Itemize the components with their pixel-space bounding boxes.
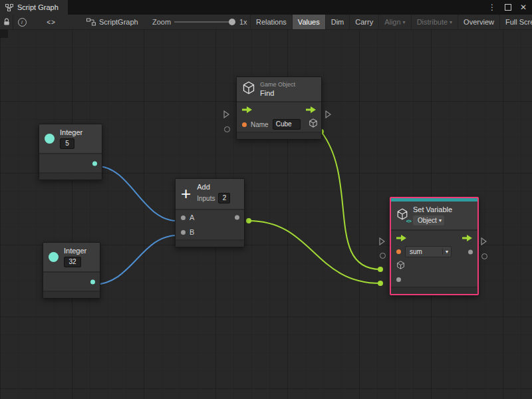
tab-script-graph[interactable]: Script Graph [0, 0, 68, 15]
node-header: Game Object Find [237, 77, 321, 102]
node-header: Integer 5 [39, 124, 102, 154]
node-title: Integer [60, 128, 82, 136]
value-out-marker-icon[interactable] [481, 253, 487, 259]
script-graph-icon [86, 18, 96, 26]
title-bar: Script Graph ⋮ ✕ [0, 0, 532, 15]
node-footer [43, 291, 100, 298]
node-add[interactable]: + Add Inputs 2 A B [175, 178, 245, 247]
flow-in-port[interactable] [396, 235, 407, 241]
node-header: Integer 32 [43, 243, 100, 273]
integer-value-field[interactable]: 32 [64, 257, 81, 267]
zoom-slider-track[interactable] [174, 21, 235, 23]
flow-out-port[interactable] [306, 106, 317, 113]
game-object-cube-icon [242, 81, 255, 97]
set-variable-icon: <> [396, 208, 408, 223]
close-icon[interactable]: ✕ [520, 3, 527, 11]
fullscreen-button[interactable]: Full Screen [499, 15, 532, 29]
flow-out-marker-icon[interactable] [325, 110, 331, 118]
input-port-b[interactable] [181, 230, 186, 235]
value-input-row [391, 273, 477, 287]
carry-button[interactable]: Carry [349, 15, 378, 29]
value-input-port[interactable] [396, 277, 401, 282]
dropdown-caret-icon [437, 215, 442, 226]
value-in-marker-icon[interactable] [380, 253, 386, 259]
node-ports [43, 273, 100, 291]
canvas-corner [0, 29, 8, 38]
graph-canvas[interactable]: Integer 5 Integer 32 + Add [0, 29, 532, 399]
node-title: Find [260, 89, 295, 97]
zoom-label: Zoom [152, 15, 171, 29]
node-set-variable[interactable]: <> Set Variable Object sum [390, 197, 479, 295]
inputs-count-field[interactable]: 2 [218, 193, 230, 203]
flow-in-port[interactable] [242, 106, 253, 113]
node-footer [237, 132, 321, 139]
object-target-port[interactable] [396, 260, 405, 272]
values-button[interactable]: Values [292, 15, 325, 29]
window-menu-icon[interactable]: ⋮ [488, 3, 496, 11]
node-ports: A B [176, 210, 244, 239]
variable-scope-dropdown[interactable]: Object [413, 215, 444, 225]
port-row-a: A [176, 210, 244, 225]
node-ports: Name Cube [237, 102, 321, 132]
value-output-port[interactable] [468, 249, 473, 254]
flow-out-marker-icon[interactable] [481, 237, 487, 245]
integer-output-port[interactable] [92, 161, 97, 166]
lock-button[interactable] [0, 15, 13, 29]
zoom-value: 1x [239, 15, 247, 29]
integer-type-icon [49, 252, 59, 262]
distribute-button[interactable]: Distribute [411, 15, 458, 29]
name-row: Name Cube [237, 117, 321, 132]
node-ports: sum [391, 231, 477, 287]
flow-row [391, 231, 477, 245]
gameobject-output-port[interactable] [309, 118, 318, 130]
wire-integer5-to-add-a[interactable] [97, 166, 177, 221]
name-value-field[interactable]: Cube [273, 119, 301, 130]
relations-button[interactable]: Relations [250, 15, 292, 29]
wire-find-to-setvariable-object[interactable] [321, 132, 380, 269]
node-header: <> Set Variable Object [391, 201, 477, 231]
variable-name-dropdown[interactable]: sum [405, 246, 452, 257]
add-output-port[interactable] [235, 215, 239, 220]
toolbar-buttons: Relations Values Dim Carry Align Distrib… [250, 15, 532, 29]
zoom-slider[interactable] [174, 15, 235, 29]
node-integer-2[interactable]: Integer 32 [43, 242, 100, 299]
value-in-marker-icon[interactable] [224, 126, 230, 132]
tab-title: Script Graph [17, 3, 59, 11]
align-button[interactable]: Align [378, 15, 410, 29]
input-port-a[interactable] [181, 215, 186, 220]
flow-in-marker-icon[interactable] [379, 237, 385, 245]
dropdown-caret-icon [440, 247, 448, 257]
flow-in-marker-icon[interactable] [223, 110, 229, 118]
integer-output-port[interactable] [90, 279, 95, 284]
node-footer [391, 287, 477, 294]
node-footer [39, 172, 102, 180]
dim-button[interactable]: Dim [325, 15, 350, 29]
node-header: + Add Inputs 2 [176, 179, 244, 210]
node-category: Game Object [260, 81, 295, 88]
overview-button[interactable]: Overview [458, 15, 499, 29]
flow-out-port[interactable] [462, 235, 473, 241]
inspect-button[interactable]: i [13, 15, 31, 29]
node-ports [39, 154, 102, 172]
variable-name-port[interactable] [396, 249, 401, 254]
port-label-a: A [190, 213, 194, 221]
node-find[interactable]: Game Object Find Name Cube [236, 76, 322, 140]
inputs-label: Inputs [197, 195, 215, 202]
node-footer [176, 239, 244, 247]
flow-row [237, 102, 321, 117]
graph-name-group[interactable]: ScriptGraph [86, 15, 138, 29]
maximize-icon[interactable] [505, 4, 511, 11]
wire-integer32-to-add-b[interactable] [93, 235, 177, 285]
graph-name-label: ScriptGraph [99, 18, 138, 26]
zoom-slider-handle[interactable] [229, 19, 235, 25]
lock-icon [3, 18, 10, 26]
object-target-row [391, 259, 477, 273]
node-integer-1[interactable]: Integer 5 [39, 124, 102, 180]
variable-name-row: sum [391, 245, 477, 259]
name-input-port[interactable] [242, 122, 247, 127]
wire-add-to-setvariable-value[interactable] [249, 221, 380, 283]
code-mark-icon: <> [406, 218, 411, 224]
integer-value-field[interactable]: 5 [60, 138, 74, 149]
node-title: Add [197, 183, 230, 191]
code-view-button[interactable]: <> [39, 15, 64, 29]
